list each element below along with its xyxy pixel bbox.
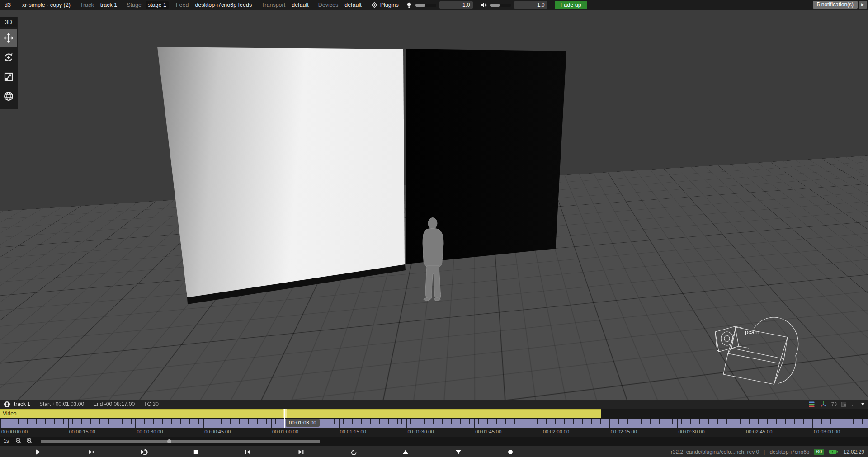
project-name[interactable]: xr-simple - copy (2) (20, 1, 73, 9)
return-to-start-button[interactable] (348, 448, 360, 456)
layers-icon[interactable] (808, 401, 815, 408)
ruler-minor-ticks (0, 419, 868, 424)
machine-name: desktop-i7cno6p (769, 449, 809, 455)
move-icon (3, 33, 14, 43)
project-version-path: r32.2_candc/plugins/colo...nch, rev 0 (671, 449, 759, 455)
ruler-major-tick (542, 419, 542, 428)
rotate-icon (3, 52, 14, 63)
axes-icon[interactable] (820, 400, 827, 408)
zoom-out-button[interactable] (15, 438, 23, 445)
track-menu[interactable]: Track track 1 (80, 1, 119, 9)
ruler-band[interactable] (0, 419, 868, 428)
globe-tool-button[interactable] (0, 88, 17, 105)
ruler-labels: 00:00:00.0000:00:15.0000:00:30.0000:00:4… (0, 428, 868, 437)
ruler-major-tick (474, 419, 475, 428)
stage-scene: pcam (0, 10, 868, 400)
camera-wireframe[interactable]: pcam (715, 317, 798, 384)
scale-icon (3, 71, 14, 82)
ruler-major-tick (135, 419, 136, 428)
stop-button[interactable] (190, 448, 202, 456)
play-to-next-icon (88, 448, 95, 456)
rotate-tool-button[interactable] (0, 49, 17, 66)
layer-row: Video (0, 409, 868, 419)
fade-up-button[interactable]: Fade up (555, 1, 587, 9)
previous-section-button[interactable] (242, 448, 254, 456)
timeline-scrollbar[interactable] (41, 440, 320, 443)
notifications-button[interactable]: 5 notification(s) (813, 1, 858, 9)
next-down-button[interactable] (453, 448, 464, 456)
plugins-menu[interactable]: Plugins (371, 2, 399, 8)
loop-section-button[interactable] (138, 448, 150, 456)
expand-horizontal-icon[interactable]: ↔ (851, 401, 856, 407)
volume-slider[interactable] (490, 4, 511, 7)
ruler-major-tick (68, 419, 69, 428)
track-start-field[interactable]: Start +00:01:03.00 (39, 401, 84, 407)
zoom-in-button[interactable] (26, 438, 33, 445)
track-selector[interactable]: track 1 (4, 401, 30, 408)
screen-panel-white (157, 47, 405, 297)
app-menu-d3[interactable]: d3 (3, 2, 13, 8)
ruler-tick-label: 00:02:15.00 (611, 429, 637, 434)
fps-badge: 60 (814, 449, 824, 455)
next-section-button[interactable] (295, 448, 307, 456)
timeline-scrollbar-handle[interactable] (167, 439, 171, 443)
volume-value-field[interactable]: 1.0 (514, 1, 547, 9)
zoom-scale-label: 1s (4, 438, 9, 443)
track-icon (4, 401, 10, 408)
thumbnail-toggle[interactable] (841, 402, 846, 407)
record-button[interactable] (505, 448, 516, 456)
transport-menu[interactable]: Transport default (261, 1, 311, 9)
master-volume-control: 1.0 (480, 1, 547, 9)
play-icon (34, 448, 42, 456)
ruler-major-tick (0, 419, 1, 428)
devices-menu[interactable]: Devices default (318, 1, 364, 9)
timeline-ruler[interactable]: 00:00:00.0000:00:15.0000:00:30.0000:00:4… (0, 419, 868, 437)
ruler-major-tick (677, 419, 678, 428)
play-section-button[interactable] (85, 448, 97, 456)
ruler-tick-label: 00:00:30.00 (137, 429, 163, 434)
previous-section-icon (244, 448, 251, 456)
ruler-tick-label: 00:00:15.00 (69, 429, 95, 434)
ruler-tick-label: 00:01:30.00 (407, 429, 434, 434)
globe-icon (3, 91, 14, 102)
ruler-major-tick (745, 419, 745, 428)
brightness-value-field[interactable]: 1.0 (439, 1, 473, 9)
stage-menu[interactable]: Stage stage 1 (127, 1, 169, 9)
layer-count: 73 (831, 401, 837, 407)
video-layer-bar[interactable]: Video (0, 409, 601, 418)
play-button[interactable] (32, 448, 44, 456)
collapse-track-icon[interactable]: ▼ (860, 401, 865, 407)
loop-icon (140, 448, 148, 456)
clock: 12:02:29 (843, 449, 864, 455)
view-mode-label[interactable]: 3D (0, 17, 17, 27)
scale-tool-button[interactable] (0, 68, 17, 85)
timeline-zone: Video 00:00:00.0000:00:15.0000:00:30.000… (0, 409, 868, 437)
brightness-slider[interactable] (415, 4, 436, 7)
zoom-out-icon (15, 438, 22, 444)
move-tool-button[interactable] (0, 29, 17, 47)
playhead-line[interactable] (284, 409, 285, 428)
status-bar: r32.2_candc/plugins/colo...nch, rev 0 | … (671, 446, 864, 457)
track-header-controls: 73 ↔ ▼ (808, 400, 865, 409)
current-time-chip: 00:01:03.00 (286, 419, 320, 427)
track-header: track 1 Start +00:01:03.00 End -00:08:17… (0, 400, 868, 409)
feed-menu[interactable]: Feed desktop-i7cno6p feeds (176, 1, 254, 9)
zoom-in-icon (26, 438, 33, 444)
track-tc-field[interactable]: TC 30 (144, 401, 159, 407)
speaker-icon (480, 2, 487, 8)
viewport-3d[interactable]: pcam 3D (0, 10, 868, 400)
track-end-field[interactable]: End -00:08:17.00 (93, 401, 135, 407)
timeline-zoom-row: 1s (0, 437, 868, 446)
down-triangle-icon (455, 448, 462, 456)
notifications-expand-icon[interactable]: ▶ (859, 1, 867, 9)
top-menu-bar: d3 xr-simple - copy (2) Track track 1 St… (0, 0, 868, 10)
notifications-area: 5 notification(s) ▶ (813, 1, 867, 9)
next-up-button[interactable] (400, 448, 411, 456)
ruler-major-tick (812, 419, 813, 428)
transport-bar: r32.2_candc/plugins/colo...nch, rev 0 | … (0, 446, 868, 457)
ruler-tick-label: 00:01:45.00 (475, 429, 501, 434)
ruler-major-tick (203, 419, 204, 428)
battery-charging-icon (829, 448, 839, 455)
ruler-major-tick (406, 419, 407, 428)
ruler-tick-label: 00:02:45.00 (746, 429, 772, 434)
